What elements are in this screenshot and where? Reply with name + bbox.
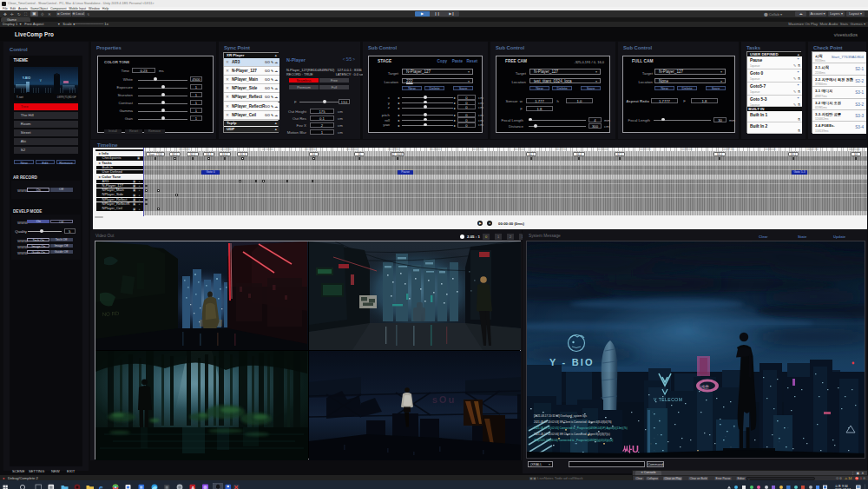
svg-text:A: A	[191, 486, 194, 489]
svg-text:e: e	[99, 484, 103, 489]
